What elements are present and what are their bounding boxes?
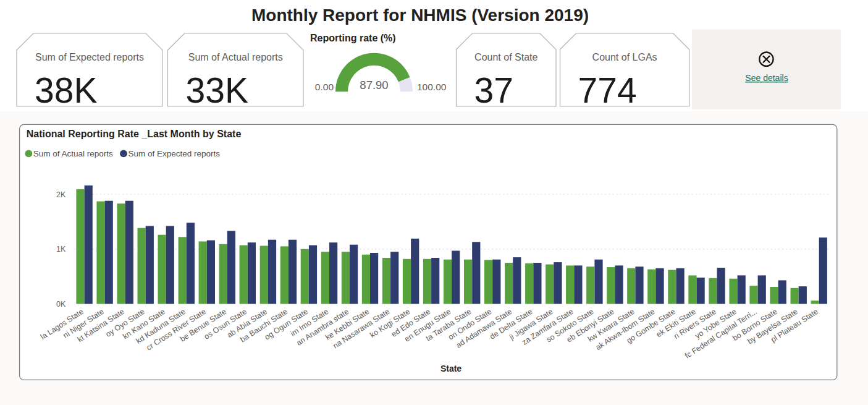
- svg-text:0K: 0K: [56, 300, 66, 309]
- svg-text:Sum of Actual reports: Sum of Actual reports: [33, 149, 113, 158]
- svg-text:37: 37: [474, 70, 513, 110]
- svg-text:Sum of Expected reports: Sum of Expected reports: [129, 149, 221, 158]
- svg-text:38K: 38K: [35, 70, 97, 110]
- svg-text:Count of LGAs: Count of LGAs: [592, 52, 657, 62]
- svg-text:2K: 2K: [56, 190, 66, 199]
- svg-text:Reporting rate (%): Reporting rate (%): [310, 33, 396, 43]
- svg-text:0.00: 0.00: [315, 82, 334, 92]
- svg-text:Sum of Expected reports: Sum of Expected reports: [35, 52, 144, 62]
- svg-text:774: 774: [578, 70, 637, 110]
- svg-text:State: State: [440, 364, 461, 373]
- svg-text:87.90: 87.90: [360, 79, 388, 92]
- svg-text:Count of State: Count of State: [474, 52, 537, 62]
- svg-text:National Reporting Rate _Last: National Reporting Rate _Last Month by S…: [27, 129, 242, 139]
- svg-text:33K: 33K: [186, 70, 248, 110]
- svg-text:See details: See details: [745, 73, 788, 83]
- svg-text:Monthly Report for NHMIS (Vers: Monthly Report for NHMIS (Version 2019): [251, 6, 589, 25]
- svg-text:1K: 1K: [56, 245, 66, 254]
- svg-text:100.00: 100.00: [417, 82, 447, 92]
- svg-text:Sum of Actual reports: Sum of Actual reports: [188, 52, 283, 62]
